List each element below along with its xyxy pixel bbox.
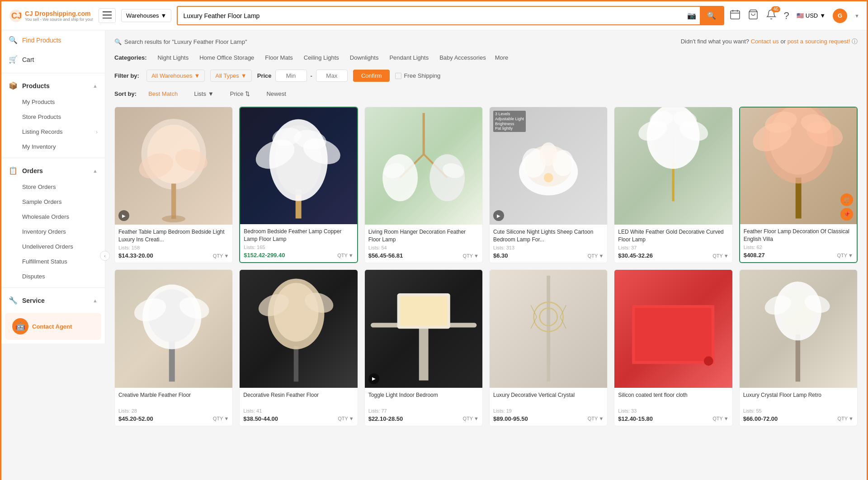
search-button[interactable]: 🔍 <box>700 7 723 24</box>
user-arrow[interactable]: ▼ <box>854 13 859 19</box>
product-card-3[interactable]: Living Room Hanger Decoration Feather Fl… <box>364 107 483 263</box>
sidebar-item-undelivered-orders[interactable]: Undelivered Orders <box>1 239 105 254</box>
product-cart-btn-6[interactable]: 🛒 <box>840 193 853 206</box>
sidebar-item-my-inventory[interactable]: My Inventory <box>1 139 105 154</box>
cart-icon[interactable] <box>748 9 759 22</box>
sidebar-item-store-orders[interactable]: Store Orders <box>1 179 105 194</box>
qty-select-12[interactable]: QTY ▼ <box>837 416 854 421</box>
category-home-office[interactable]: Home Office Storage <box>194 52 259 63</box>
user-avatar[interactable]: G <box>833 9 847 23</box>
notification-badge: 46 <box>771 6 780 12</box>
currency-select[interactable]: 🇺🇸 USD ▼ <box>797 12 826 19</box>
category-baby-accessories[interactable]: Baby Accessories <box>434 52 491 63</box>
camera-icon[interactable]: 📷 <box>684 11 700 20</box>
product-info-12: Luxury Crystal Floor Lamp Retro Lists: 5… <box>740 388 857 426</box>
sidebar-orders-header[interactable]: 📋 Orders ▲ <box>1 162 105 179</box>
product-card-8[interactable]: Decorative Resin Feather Floor Lists: 41… <box>239 269 358 426</box>
play-button-9[interactable]: ▶ <box>368 373 379 384</box>
qty-select-5[interactable]: QTY ▼ <box>712 253 729 259</box>
help-icon[interactable]: ? <box>784 10 789 22</box>
product-qty-row-1: $14.33-20.00 QTY ▼ <box>118 252 229 259</box>
product-actions-6: 🛒 📌 <box>840 193 853 221</box>
product-card-11[interactable]: Silicon coated tent floor cloth Lists: 3… <box>614 269 732 426</box>
types-filter-value: All Types <box>215 72 239 79</box>
menu-icon[interactable] <box>99 8 116 23</box>
warehouse-select[interactable]: Warehouses ▼ <box>121 9 171 22</box>
price-max-input[interactable] <box>316 70 348 82</box>
qty-select-11[interactable]: QTY ▼ <box>712 416 729 421</box>
sidebar-products-header[interactable]: 📦 Products ▲ <box>1 77 105 94</box>
qty-select-8[interactable]: QTY ▼ <box>338 416 354 421</box>
product-info-10: Luxury Decorative Vertical Crystal Lists… <box>490 388 607 426</box>
sort-price[interactable]: Price ⇅ <box>226 88 255 99</box>
calendar-icon[interactable] <box>730 9 741 22</box>
product-card-1[interactable]: ▶ Feather Table Lamp Bedroom Bedside Lig… <box>114 107 233 263</box>
sidebar-item-sample-orders[interactable]: Sample Orders <box>1 194 105 209</box>
warehouse-filter-value: All Warehouses <box>151 72 193 79</box>
types-filter[interactable]: All Types ▼ <box>210 70 251 82</box>
product-lists-7: Lists: 28 <box>118 408 229 414</box>
qty-select-3[interactable]: QTY ▼ <box>462 253 479 259</box>
svg-point-26 <box>382 154 418 201</box>
sort-newest[interactable]: Newest <box>262 88 290 99</box>
category-night-lights[interactable]: Night Lights <box>152 52 194 63</box>
sidebar-item-find-products[interactable]: 🔍 Find Products <box>1 30 105 50</box>
product-card-7[interactable]: Creative Marble Feather Floor Lists: 28 … <box>114 269 233 426</box>
product-card-6[interactable]: 🛒 📌 Feather Floor Lamp Decoration Of Cla… <box>739 107 858 263</box>
price-min-input[interactable] <box>275 70 307 82</box>
category-floor-mats[interactable]: Floor Mats <box>259 52 298 63</box>
product-img-4: 3 LevelsAdjustable LightBrightnessPat li… <box>490 107 607 225</box>
category-downlights[interactable]: Downlights <box>344 52 384 63</box>
qty-select-1[interactable]: QTY ▼ <box>213 253 229 259</box>
sidebar-item-fulfillment-status[interactable]: Fulfillment Status <box>1 254 105 269</box>
qty-select-6[interactable]: QTY ▼ <box>837 253 853 258</box>
product-name-8: Decorative Resin Feather Floor <box>243 391 354 407</box>
sort-price-arrows: ⇅ <box>245 90 250 97</box>
sidebar-service-header[interactable]: 🔧 Service ▲ <box>1 292 105 309</box>
sidebar-item-cart[interactable]: 🛒 Cart <box>1 50 105 69</box>
free-shipping-checkbox[interactable] <box>395 73 401 79</box>
sidebar-item-my-products[interactable]: My Products <box>1 94 105 109</box>
product-name-12: Luxury Crystal Floor Lamp Retro <box>743 391 854 407</box>
fulfillment-status-label: Fulfillment Status <box>22 258 67 265</box>
product-card-9[interactable]: ▶ Toggle Light Indoor Bedroom Lists: 77 … <box>364 269 483 426</box>
sidebar-item-store-products[interactable]: Store Products <box>1 109 105 124</box>
product-bookmark-btn-6[interactable]: 📌 <box>840 208 853 221</box>
qty-select-4[interactable]: QTY ▼ <box>588 253 604 259</box>
qty-select-7[interactable]: QTY ▼ <box>213 416 229 421</box>
sort-lists[interactable]: Lists ▼ <box>189 88 218 99</box>
contact-agent-button[interactable]: 🤖 Contact Agent <box>5 313 101 340</box>
warehouse-filter[interactable]: All Warehouses ▼ <box>146 70 205 82</box>
svg-rect-63 <box>547 276 550 381</box>
product-card-4[interactable]: 3 LevelsAdjustable LightBrightnessPat li… <box>489 107 608 263</box>
logo[interactable]: CJ CJ Dropshipping.com You sell - We sou… <box>9 9 93 23</box>
free-shipping-filter[interactable]: Free Shipping <box>395 72 440 79</box>
product-card-10[interactable]: Luxury Decorative Vertical Crystal Lists… <box>489 269 608 426</box>
sort-best-match[interactable]: Best Match <box>144 88 182 99</box>
product-img-8 <box>240 270 357 387</box>
sidebar-item-disputes[interactable]: Disputes <box>1 269 105 284</box>
notification-icon[interactable]: 46 <box>766 9 777 22</box>
didnt-find-text: Didn't find what you want? Contact us or… <box>681 38 858 46</box>
cart-sidebar-icon: 🛒 <box>9 55 18 64</box>
free-shipping-label: Free Shipping <box>404 72 440 79</box>
search-input[interactable] <box>178 9 683 23</box>
contact-us-link[interactable]: Contact us <box>751 38 779 45</box>
more-categories-button[interactable]: More <box>495 54 509 61</box>
lamp-visual-5 <box>614 107 732 225</box>
sidebar-item-listing-records[interactable]: Listing Records › <box>1 124 105 139</box>
category-ceiling-lights[interactable]: Ceiling Lights <box>298 52 344 63</box>
sidebar-item-inventory-orders[interactable]: Inventory Orders <box>1 224 105 239</box>
product-card-5[interactable]: LED White Feather Gold Decorative Curved… <box>614 107 732 263</box>
product-card-12[interactable]: Luxury Crystal Floor Lamp Retro Lists: 5… <box>739 269 858 426</box>
product-lists-2: Lists: 165 <box>244 245 353 250</box>
post-sourcing-link[interactable]: post a sourcing request! <box>788 38 850 45</box>
qty-select-10[interactable]: QTY ▼ <box>588 416 604 421</box>
product-card-2[interactable]: Bedroom Bedside Feather Lamp Copper Lamp… <box>239 107 358 263</box>
sidebar-item-wholesale-orders[interactable]: Wholesale Orders <box>1 209 105 224</box>
category-pendant-lights[interactable]: Pendant Lights <box>384 52 434 63</box>
qty-select-9[interactable]: QTY ▼ <box>462 416 479 421</box>
confirm-button[interactable]: Confirm <box>353 70 390 82</box>
sidebar-collapse-button[interactable]: ‹ <box>100 251 110 261</box>
qty-select-2[interactable]: QTY ▼ <box>337 253 354 258</box>
